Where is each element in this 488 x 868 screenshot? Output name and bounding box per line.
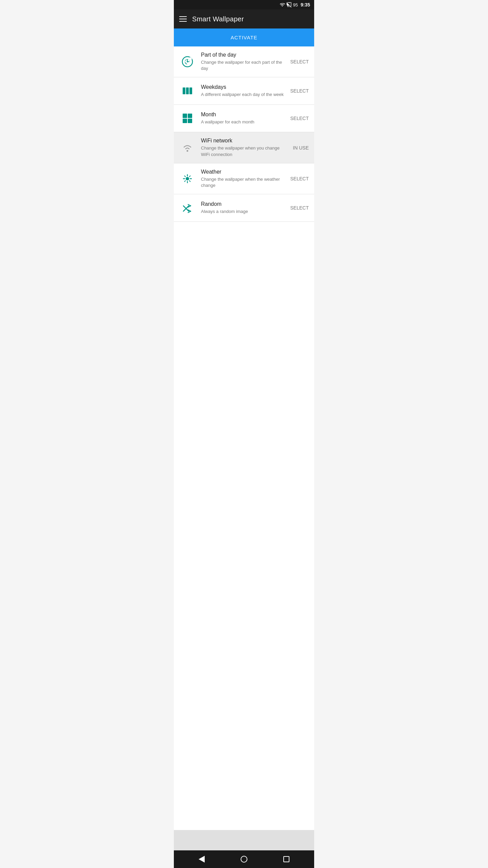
- svg-line-21: [189, 176, 190, 177]
- part-of-day-icon-container: [179, 54, 196, 70]
- svg-line-20: [185, 181, 186, 182]
- navigation-bar: [174, 850, 314, 868]
- list-item-weekdays[interactable]: Weekdays A different wallpaper each day …: [174, 77, 314, 105]
- wifi-icon: [181, 142, 194, 154]
- weekdays-title: Weekdays: [201, 84, 286, 90]
- weekdays-desc: A different wallpaper each day of the we…: [201, 92, 286, 98]
- svg-rect-5: [183, 87, 185, 94]
- month-select[interactable]: SELECT: [290, 116, 309, 121]
- signal-icon: [286, 2, 292, 7]
- random-desc: Always a random image: [201, 209, 286, 215]
- month-icon-container: [179, 110, 196, 126]
- back-icon: [199, 856, 205, 863]
- wifi-icon-container: [179, 140, 196, 156]
- weekdays-icon: [181, 85, 194, 97]
- recents-button[interactable]: [280, 853, 292, 865]
- wifi-in-use: IN USE: [293, 145, 309, 151]
- status-bar: 95 9:35: [174, 0, 314, 9]
- svg-rect-10: [183, 119, 187, 123]
- svg-rect-8: [183, 114, 187, 118]
- menu-button[interactable]: [179, 16, 187, 22]
- battery-level: 95: [293, 2, 298, 7]
- month-title: Month: [201, 112, 286, 118]
- weekdays-icon-container: [179, 83, 196, 99]
- random-select[interactable]: SELECT: [290, 205, 309, 211]
- app-title: Smart Wallpaper: [192, 15, 244, 23]
- wifi-title: WiFi network: [201, 138, 289, 144]
- weekdays-select[interactable]: SELECT: [290, 88, 309, 94]
- part-of-day-content: Part of the day Change the wallpaper for…: [201, 52, 286, 72]
- list-item-month[interactable]: Month A wallpaper for each month SELECT: [174, 105, 314, 132]
- wifi-content: WiFi network Change the wallpaper when y…: [201, 138, 289, 157]
- back-button[interactable]: [196, 853, 208, 865]
- svg-point-12: [187, 150, 188, 152]
- part-of-day-select[interactable]: SELECT: [290, 59, 309, 64]
- svg-rect-7: [189, 87, 192, 94]
- weather-select[interactable]: SELECT: [290, 176, 309, 181]
- month-icon: [181, 112, 194, 124]
- random-title: Random: [201, 201, 286, 207]
- wifi-desc: Change the wallpaper when you change WiF…: [201, 145, 289, 157]
- svg-rect-11: [188, 119, 192, 123]
- list-item-weather[interactable]: Weather Change the wallpaper when the we…: [174, 163, 314, 194]
- weather-icon-container: [179, 171, 196, 187]
- bottom-area: [174, 830, 314, 850]
- activate-button[interactable]: ACTIVATE: [174, 28, 314, 46]
- random-content: Random Always a random image: [201, 201, 286, 215]
- home-icon: [241, 856, 247, 863]
- svg-point-13: [186, 177, 189, 180]
- content-list: Part of the day Change the wallpaper for…: [174, 46, 314, 830]
- status-icons: 95 9:35: [280, 2, 310, 7]
- recents-icon: [283, 856, 289, 862]
- month-desc: A wallpaper for each month: [201, 119, 286, 125]
- home-button[interactable]: [238, 853, 250, 865]
- weekdays-content: Weekdays A different wallpaper each day …: [201, 84, 286, 98]
- svg-point-4: [188, 57, 192, 61]
- svg-line-19: [189, 181, 190, 182]
- app-bar: Smart Wallpaper: [174, 9, 314, 28]
- svg-line-18: [185, 176, 186, 177]
- month-content: Month A wallpaper for each month: [201, 112, 286, 125]
- list-item-wifi[interactable]: WiFi network Change the wallpaper when y…: [174, 132, 314, 163]
- weather-icon: [181, 173, 194, 185]
- list-item-random[interactable]: Random Always a random image SELECT: [174, 194, 314, 222]
- clock-icon: [181, 56, 194, 68]
- list-item-part-of-day[interactable]: Part of the day Change the wallpaper for…: [174, 46, 314, 77]
- weather-content: Weather Change the wallpaper when the we…: [201, 169, 286, 189]
- time-display: 9:35: [301, 2, 310, 7]
- random-icon-container: [179, 200, 196, 216]
- weather-desc: Change the wallpaper when the weather ch…: [201, 176, 286, 189]
- weather-title: Weather: [201, 169, 286, 175]
- wifi-status-icon: [280, 2, 285, 7]
- part-of-day-title: Part of the day: [201, 52, 286, 58]
- svg-rect-9: [188, 114, 192, 118]
- part-of-day-desc: Change the wallpaper for each part of th…: [201, 59, 286, 72]
- random-icon: [181, 202, 194, 214]
- svg-rect-6: [186, 87, 189, 94]
